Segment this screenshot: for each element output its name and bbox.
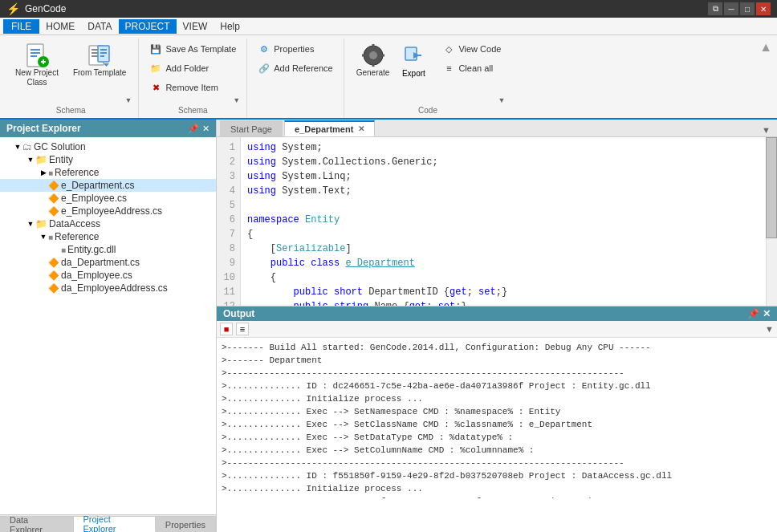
save-as-template-label: Save As Template (165, 44, 236, 54)
menu-view[interactable]: VIEW (177, 19, 214, 34)
menu-help[interactable]: Help (214, 19, 246, 34)
close-button[interactable]: ✕ (756, 2, 771, 15)
remove-item-icon: ✖ (149, 81, 162, 94)
tree-item-gc-solution[interactable]: ▼ 🗂 GC Solution (0, 140, 216, 153)
clean-all-icon: ≡ (442, 62, 455, 75)
tab-properties[interactable]: Properties (156, 516, 216, 532)
tree-item-da-reference[interactable]: ▼ ■ Reference (0, 230, 216, 243)
gc-solution-toggle[interactable]: ▼ (13, 142, 22, 152)
add-reference-icon: 🔗 (258, 62, 271, 75)
code-editor[interactable]: 12345 678910 111213 using System; using … (217, 137, 777, 306)
properties-button[interactable]: ⚙ Properties (254, 40, 336, 58)
data-access-label: DataAccess (49, 218, 100, 229)
properties-label: Properties (274, 44, 314, 54)
output-header-controls: 📌 ✕ (747, 308, 771, 319)
minimize-button[interactable]: ─ (724, 2, 738, 15)
e-employee-address-label: e_EmployeeAddress.cs (61, 205, 162, 217)
ribbon-group-schema: 💾 Save As Template 📁 Add Folder ✖ Remove… (139, 39, 247, 118)
tab-start-page[interactable]: Start Page (220, 120, 283, 136)
e-employee-label: e_Employee.cs (61, 193, 127, 204)
svg-rect-14 (100, 55, 104, 57)
tab-data-explorer[interactable]: Data Explorer (0, 516, 74, 532)
output-line: >.............. Exec --> SetDataType CMD… (222, 431, 772, 444)
output-line: >.............. Exec --> SetReferences C… (222, 495, 772, 498)
da-reference-label: Reference (55, 231, 99, 242)
ribbon-collapse-icon[interactable]: ▲ (759, 40, 772, 55)
tab-e-department-label: e_Department (295, 124, 353, 134)
tree-item-da-department[interactable]: 🔶 da_Department.cs (0, 256, 216, 269)
da-employee-address-label: da_EmployeeAddress.cs (61, 282, 168, 294)
tree-item-e-department[interactable]: 🔶 e_Department.cs (0, 179, 216, 192)
tree-item-data-access[interactable]: ▼ 📁 DataAccess (0, 217, 216, 230)
output-line: >.............. Initialize process ... (222, 392, 772, 405)
new-project-class-button[interactable]: New ProjectClass (10, 39, 64, 91)
da-reference-toggle[interactable]: ▼ (39, 232, 48, 242)
output-pin-icon[interactable]: 📌 (747, 308, 759, 319)
sidebar-header: Project Explorer 📌 ✕ (0, 120, 216, 137)
generate-icon (360, 43, 386, 68)
gc-solution-icon: 🗂 (22, 141, 32, 152)
code-content[interactable]: using System; using System.Collections.G… (241, 137, 766, 306)
from-template-icon (87, 43, 112, 68)
tab-project-explorer[interactable]: Project Explorer (74, 516, 156, 532)
tree-item-entity-dll[interactable]: ■ Entity.gc.dll (0, 243, 216, 256)
menu-data[interactable]: DATA (81, 19, 118, 34)
add-folder-button[interactable]: 📁 Add Folder (145, 59, 240, 77)
entity-reference-toggle[interactable]: ▶ (39, 168, 48, 177)
remove-item-button[interactable]: ✖ Remove Item (145, 79, 240, 96)
output-line: >------- Department (222, 354, 772, 367)
menu-file[interactable]: FILE (3, 19, 39, 34)
output-scroll-icon[interactable]: ▼ (765, 324, 774, 334)
da-employee-label: da_Employee.cs (61, 270, 132, 281)
output-toolbar: ■ ≡ ▼ (217, 321, 777, 338)
tree-item-e-employee-address[interactable]: 🔶 e_EmployeeAddress.cs (0, 205, 216, 217)
code-scrollbar[interactable] (766, 137, 777, 306)
output-line: >.............. Exec --> SetColumnName C… (222, 444, 772, 457)
ribbon-code-small: ◇ View Code ≡ Clean all (432, 39, 505, 77)
output-clear-button[interactable]: ≡ (236, 323, 249, 335)
tree-item-e-employee[interactable]: 🔶 e_Employee.cs (0, 192, 216, 205)
tree-item-da-employee-address[interactable]: 🔶 da_EmployeeAddress.cs (0, 282, 216, 294)
code-expand-icon[interactable]: ▼ (498, 96, 505, 104)
entity-toggle[interactable]: ▼ (26, 155, 35, 164)
clean-all-button[interactable]: ≡ Clean all (438, 59, 505, 77)
clean-all-label: Clean all (458, 63, 493, 73)
sidebar-pin-button[interactable]: 📌 (188, 124, 199, 134)
schema-group-label: Schema (10, 104, 132, 115)
ribbon-schema-small-items: 💾 Save As Template 📁 Add Folder ✖ Remove… (145, 39, 240, 96)
menu-project[interactable]: PROJECT (119, 19, 177, 34)
schema-expand-icon[interactable]: ▼ (125, 96, 132, 104)
output-line: >---------------------------------------… (222, 457, 772, 469)
maximize-button[interactable]: □ (740, 2, 755, 15)
code-scrollbar-thumb[interactable] (766, 137, 777, 238)
output-close-icon[interactable]: ✕ (763, 308, 771, 319)
output-line: >.............. Exec --> SetNamespace CM… (222, 405, 772, 418)
entity-icon: 📁 (35, 154, 47, 165)
entity-reference-icon: ■ (48, 169, 53, 177)
export-button[interactable] (398, 40, 429, 67)
menu-home[interactable]: HOME (39, 19, 81, 34)
add-reference-button[interactable]: 🔗 Add Reference (254, 59, 336, 77)
generate-button[interactable]: Generate (351, 39, 396, 81)
sidebar-title: Project Explorer (6, 123, 81, 134)
restore-button[interactable]: ⧉ (708, 2, 722, 15)
schema2-expand-icon[interactable]: ▼ (233, 96, 240, 104)
props-group-label (254, 113, 336, 115)
tab-scroll-icon[interactable]: ▼ (759, 124, 774, 136)
tab-e-department[interactable]: e_Department ✕ (284, 120, 375, 136)
view-code-button[interactable]: ◇ View Code (438, 40, 505, 58)
from-template-button[interactable]: From Template (67, 39, 132, 81)
ribbon-group-new-items: New ProjectClass (10, 39, 132, 96)
svg-point-17 (369, 51, 377, 59)
save-as-template-button[interactable]: 💾 Save As Template (145, 40, 240, 58)
sidebar-close-button[interactable]: ✕ (202, 124, 210, 134)
tree-item-entity[interactable]: ▼ 📁 Entity (0, 153, 216, 166)
output-content[interactable]: >------- Build All started: GenCode.2014… (217, 338, 777, 498)
output-line: >---------------------------------------… (222, 367, 772, 380)
tab-e-department-close[interactable]: ✕ (358, 124, 364, 133)
output-stop-button[interactable]: ■ (220, 323, 233, 335)
data-access-toggle[interactable]: ▼ (26, 219, 35, 229)
tree-item-entity-reference[interactable]: ▶ ■ Reference (0, 166, 216, 179)
tree-item-da-employee[interactable]: 🔶 da_Employee.cs (0, 269, 216, 282)
editor-tabs-bar: Start Page e_Department ✕ ▼ (217, 120, 777, 137)
